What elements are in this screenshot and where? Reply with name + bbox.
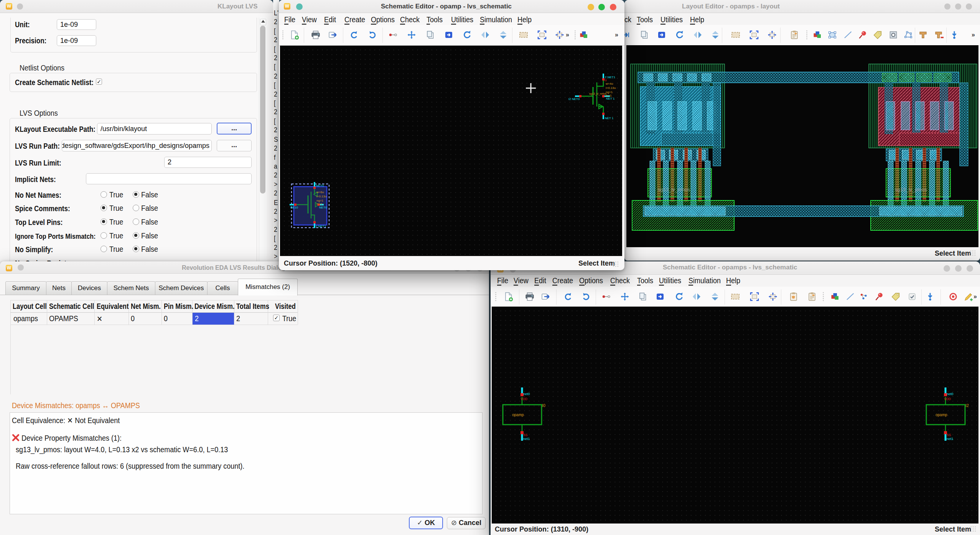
- svg-text:I2: I2: [965, 403, 969, 408]
- svg-text:sg13_lv_nmos: sg13_lv_nmos: [658, 187, 690, 192]
- svg-text:m=1: m=1: [606, 94, 612, 97]
- svg-text:I2 NET0: I2 NET0: [568, 97, 580, 101]
- svg-text:NET 1: NET 1: [606, 97, 615, 100]
- svg-text:NET0: NET0: [316, 184, 324, 187]
- svg-text:w=6u: w=6u: [316, 190, 324, 194]
- svg-text:2 NET1: 2 NET1: [316, 225, 326, 228]
- svg-text:net0: net0: [947, 392, 954, 396]
- svg-text:l=0.13u: l=0.13u: [316, 195, 326, 198]
- svg-text:opamp: opamp: [936, 413, 947, 417]
- svg-text:I0: I0: [542, 403, 545, 408]
- svg-text:VDD: VDD: [520, 397, 527, 401]
- svg-text:sg13_lv_pmos: sg13_lv_pmos: [895, 187, 927, 192]
- svg-text:NET 1: NET 1: [605, 117, 614, 120]
- svg-text:w=4u: w=4u: [605, 82, 613, 85]
- svg-text:net1: net1: [523, 437, 530, 441]
- svg-text:ng=1: ng=1: [316, 199, 324, 202]
- svg-text:net0: net0: [523, 392, 530, 396]
- svg-text:NE10: NE10: [290, 206, 298, 209]
- svg-text:sg13_lv_nmos: sg13_lv_nmos: [589, 92, 607, 95]
- svg-text:I3: I3: [604, 79, 607, 82]
- svg-text:NET0: NET0: [319, 206, 327, 209]
- svg-text:l=0.13u: l=0.13u: [606, 86, 616, 90]
- svg-text:SS: SS: [523, 433, 528, 437]
- svg-text:2 NET1: 2 NET1: [605, 75, 616, 79]
- svg-text:ng=1: ng=1: [606, 90, 613, 94]
- svg-text:VDD: VDD: [944, 397, 951, 401]
- svg-text:opamp: opamp: [512, 413, 524, 417]
- svg-text:net1: net1: [947, 437, 954, 441]
- svg-text:m=1: m=1: [316, 202, 323, 206]
- svg-text:SS: SS: [947, 433, 951, 437]
